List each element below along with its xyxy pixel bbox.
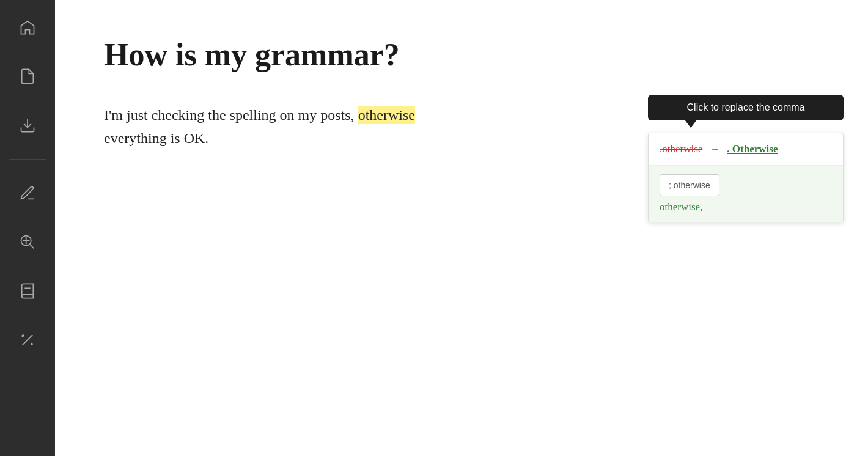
magic-icon xyxy=(19,331,36,348)
sidebar-item-document[interactable] xyxy=(12,61,43,92)
secondary-word: otherwise, xyxy=(660,201,702,213)
pen-icon xyxy=(19,185,36,202)
svg-line-2 xyxy=(30,245,34,249)
old-text: ,otherwise xyxy=(660,143,702,155)
sidebar-item-download[interactable] xyxy=(12,110,43,141)
search-icon xyxy=(19,234,36,251)
sidebar-item-book[interactable] xyxy=(12,276,43,306)
page-title: How is my grammar? xyxy=(104,37,819,73)
main-content: How is my grammar? I'm just checking the… xyxy=(55,0,868,456)
sidebar-item-magic[interactable] xyxy=(12,325,43,355)
book-icon xyxy=(19,282,36,300)
arrow-icon: → xyxy=(710,144,719,155)
document-body: I'm just checking the spelling on my pos… xyxy=(104,103,654,150)
download-icon xyxy=(19,117,36,134)
sidebar-item-home[interactable] xyxy=(12,12,43,43)
home-icon xyxy=(19,19,36,36)
sidebar-divider xyxy=(9,159,46,160)
file-icon xyxy=(19,68,36,85)
secondary-option: ; otherwise xyxy=(660,174,719,196)
highlighted-word[interactable]: otherwise xyxy=(358,106,415,124)
tooltip-bubble: Click to replace the comma xyxy=(648,95,844,120)
sidebar-item-pen[interactable] xyxy=(12,178,43,208)
text-line2: everything is OK. xyxy=(104,130,208,146)
suggestion-panel: ,otherwise → . Otherwise ; otherwise oth… xyxy=(648,133,844,222)
text-before: I'm just checking the spelling on my pos… xyxy=(104,107,358,123)
tooltip-container: Click to replace the comma ,otherwise → … xyxy=(648,95,844,222)
sidebar-item-search[interactable] xyxy=(12,227,43,257)
secondary-label: ; otherwise xyxy=(669,180,710,190)
sidebar xyxy=(0,0,55,456)
secondary-suggestion[interactable]: ; otherwise otherwise, xyxy=(649,166,843,222)
tooltip-label: Click to replace the comma xyxy=(687,102,805,112)
new-text-primary: . Otherwise xyxy=(727,143,778,155)
primary-suggestion[interactable]: ,otherwise → . Otherwise xyxy=(649,133,843,166)
